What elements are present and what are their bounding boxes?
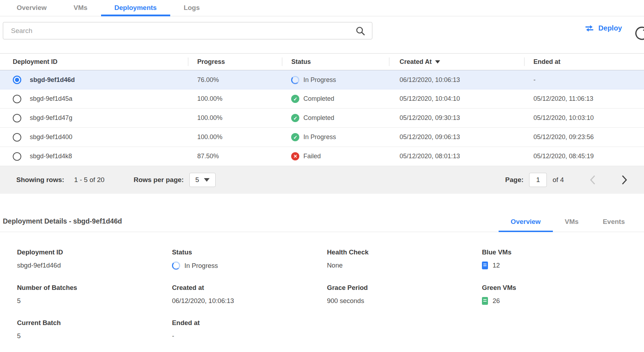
chevron-down-icon	[204, 178, 210, 182]
field-status: Status In Progress	[172, 248, 327, 270]
deployment-id: sbgd-9ef1d47g	[30, 114, 72, 122]
status-in-progress-icon	[291, 76, 299, 84]
ended-at-value: 05/12/2020, 10:03:10	[524, 109, 644, 127]
refresh-button[interactable]	[634, 25, 644, 40]
row-radio[interactable]	[13, 114, 21, 122]
tab-overview[interactable]: Overview	[3, 0, 60, 16]
field-blue-vms: Blue VMs 12	[482, 248, 637, 270]
created-at-value: 05/12/2020, 09:06:13	[389, 128, 524, 147]
status-completed-icon	[291, 114, 299, 122]
progress-value: 100.00%	[188, 128, 282, 147]
deployment-details-panel: Deployment Details - sbgd-9ef1d46d Overv…	[0, 194, 644, 340]
search-box	[3, 22, 372, 39]
table-row[interactable]: sbgd-9ef1d46d 76.00% In Progress 06/12/2…	[0, 70, 644, 89]
page-label: Page:	[505, 176, 524, 184]
column-header-created-at[interactable]: Created At	[389, 54, 524, 70]
status-label: In Progress	[303, 76, 336, 84]
details-tab-vms[interactable]: VMs	[553, 212, 591, 232]
ended-at-value: 05/12/2020, 11:06:13	[524, 89, 644, 108]
tab-vms[interactable]: VMs	[60, 0, 101, 16]
search-icon[interactable]	[356, 26, 365, 35]
chevron-left-icon	[589, 175, 596, 185]
previous-page-button[interactable]	[589, 175, 596, 185]
created-at-value: 05/12/2020, 09:30:13	[389, 109, 524, 127]
table-header-row: Deployment ID Progress Status Created At…	[0, 54, 644, 70]
field-grace-period: Grace Period 900 seconds	[327, 284, 482, 305]
refresh-icon	[634, 25, 644, 40]
swap-arrows-icon	[585, 25, 594, 32]
ended-at-value: -	[524, 71, 644, 89]
status-label: Completed	[303, 95, 334, 103]
row-radio[interactable]	[13, 133, 21, 142]
tab-deployments[interactable]: Deployments	[101, 0, 170, 16]
page-total: of 4	[553, 176, 564, 184]
details-tab-bar: Overview VMs Events	[499, 194, 644, 232]
table-row[interactable]: sbgd-9ef1d47g 100.00% Completed 05/12/20…	[0, 109, 644, 128]
table-pagination-bar: Showing rows: 1 - 5 of 20 Rows per page:…	[0, 166, 644, 194]
showing-rows-value: 1 - 5 of 20	[74, 176, 105, 184]
column-header-ended-at[interactable]: Ended at	[524, 54, 644, 70]
search-input[interactable]	[3, 27, 356, 35]
status-label: In Progress	[303, 133, 336, 141]
deployments-table: Deployment ID Progress Status Created At…	[0, 53, 644, 194]
vm-green-icon	[482, 297, 488, 305]
row-radio[interactable]	[13, 95, 21, 103]
ended-at-value: 05/12/2020, 08:45:19	[524, 147, 644, 166]
toolbar: Deploy	[0, 16, 644, 53]
deployment-id: sbgd-9ef1d46d	[30, 76, 75, 84]
vm-blue-icon	[482, 262, 488, 269]
main-tab-bar: Overview VMs Deployments Logs	[0, 0, 644, 16]
table-row[interactable]: sbgd-9ef1d4k8 87.50% Failed 05/12/2020, …	[0, 147, 644, 166]
deploy-label: Deploy	[598, 24, 622, 32]
progress-value: 100.00%	[188, 89, 282, 108]
field-health-check: Health Check None	[327, 248, 482, 270]
status-completed-icon	[291, 133, 299, 141]
status-completed-icon	[291, 95, 299, 103]
progress-value: 76.00%	[188, 71, 282, 89]
progress-value: 100.00%	[188, 109, 282, 127]
details-title: Deployment Details - sbgd-9ef1d46d	[3, 217, 122, 225]
field-number-of-batches: Number of Batches 5	[17, 284, 172, 305]
page-number-input[interactable]	[529, 173, 547, 187]
deploy-button[interactable]: Deploy	[585, 24, 622, 32]
rows-per-page-label: Rows per page:	[134, 176, 184, 184]
progress-value: 87.50%	[188, 147, 282, 166]
table-row[interactable]: sbgd-9ef1d45a 100.00% Completed 05/12/20…	[0, 89, 644, 109]
rows-per-page-value: 5	[195, 176, 199, 184]
field-current-batch: Current Batch 5	[17, 319, 172, 340]
deployment-id: sbgd-9ef1d45a	[30, 95, 72, 103]
details-grid: Deployment ID sbgd-9ef1d46d Status In Pr…	[0, 232, 644, 340]
table-row[interactable]: sbgd-9ef1d400 100.00% In Progress 05/12/…	[0, 128, 644, 147]
field-ended-at: Ended at -	[172, 319, 327, 340]
showing-rows-label: Showing rows:	[16, 176, 64, 184]
column-header-deployment-id[interactable]: Deployment ID	[0, 54, 188, 70]
status-label: Completed	[303, 114, 334, 122]
rows-per-page-select[interactable]: 5	[189, 173, 216, 187]
deployment-id: sbgd-9ef1d4k8	[30, 153, 72, 160]
column-header-progress[interactable]: Progress	[188, 54, 282, 70]
details-tab-overview[interactable]: Overview	[499, 212, 553, 232]
row-radio-selected[interactable]	[13, 76, 21, 84]
next-page-button[interactable]	[621, 175, 628, 185]
chevron-right-icon	[621, 175, 628, 185]
sort-desc-icon	[435, 60, 440, 64]
field-created-at: Created at 06/12/2020, 10:06:13	[172, 284, 327, 305]
tab-logs[interactable]: Logs	[170, 0, 213, 16]
column-header-status[interactable]: Status	[282, 54, 389, 70]
status-label: Failed	[303, 153, 321, 160]
created-at-value: 05/12/2020, 10:04:10	[389, 89, 524, 108]
field-deployment-id: Deployment ID sbgd-9ef1d46d	[17, 248, 172, 270]
row-radio[interactable]	[13, 152, 21, 161]
created-at-value: 06/12/2020, 10:06:13	[389, 71, 524, 89]
deployment-id: sbgd-9ef1d400	[30, 133, 72, 141]
status-failed-icon	[291, 152, 299, 160]
ended-at-value: 05/12/2020, 09:23:56	[524, 128, 644, 147]
field-green-vms: Green VMs 26	[482, 284, 637, 305]
details-tab-events[interactable]: Events	[591, 212, 637, 232]
created-at-value: 05/12/2020, 08:01:13	[389, 147, 524, 166]
spinner-icon	[172, 262, 180, 270]
